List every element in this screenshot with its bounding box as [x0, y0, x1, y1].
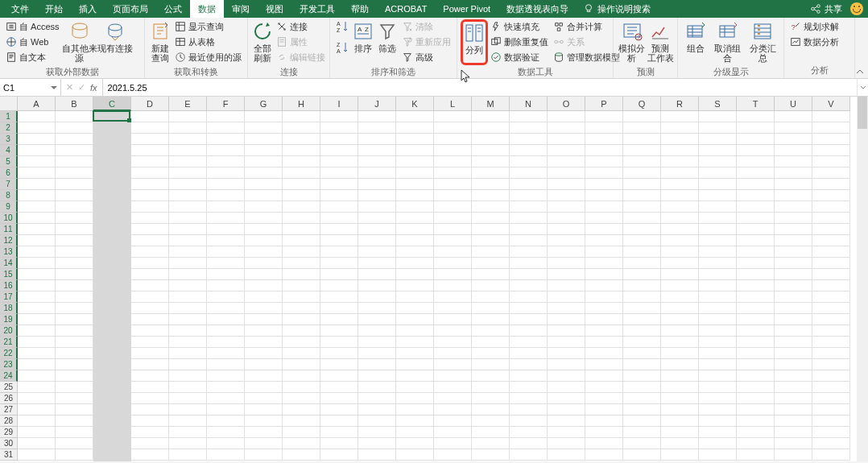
cell-V6[interactable] — [812, 167, 850, 179]
table-row[interactable]: 2021.7.31 — [18, 337, 857, 348]
cell-G14[interactable] — [245, 258, 283, 269]
cell-N21[interactable] — [510, 337, 548, 348]
cell-P21[interactable] — [585, 337, 623, 348]
tab-开始[interactable]: 开始 — [37, 0, 71, 18]
table-row[interactable]: 2021.1.8 — [18, 370, 857, 382]
cell-E6[interactable] — [169, 167, 207, 179]
cell-H17[interactable] — [283, 291, 320, 303]
cell-G18[interactable] — [245, 303, 283, 314]
cell-K29[interactable] — [396, 427, 434, 438]
row-header-11[interactable]: 11 — [0, 224, 18, 235]
cell-U16[interactable] — [775, 280, 812, 291]
cell-J2[interactable] — [358, 122, 396, 134]
cell-N5[interactable] — [510, 156, 548, 167]
cell-T3[interactable] — [737, 134, 775, 145]
cell-N7[interactable] — [510, 179, 548, 190]
cell-D23[interactable] — [131, 359, 169, 370]
from-text-button[interactable]: 自文本 — [3, 50, 62, 64]
table-row[interactable] — [18, 427, 857, 438]
cell-V12[interactable] — [812, 235, 850, 246]
cell-L19[interactable] — [434, 314, 472, 325]
cell-V11[interactable] — [812, 224, 850, 235]
cell-N10[interactable] — [510, 213, 548, 224]
cell-K11[interactable] — [396, 224, 434, 235]
cell-N25[interactable] — [510, 382, 548, 393]
cell-M12[interactable] — [472, 235, 510, 246]
cell-Q20[interactable] — [623, 325, 661, 337]
cell-O21[interactable] — [548, 337, 585, 348]
row-header-23[interactable]: 23 — [0, 359, 18, 370]
table-row[interactable] — [18, 393, 857, 404]
cell-L8[interactable] — [434, 190, 472, 201]
cell-T28[interactable] — [737, 415, 775, 427]
cell-K24[interactable] — [396, 370, 434, 382]
cell-N3[interactable] — [510, 134, 548, 145]
cell-M17[interactable] — [472, 291, 510, 303]
cell-K10[interactable] — [396, 213, 434, 224]
cell-L26[interactable] — [434, 393, 472, 404]
cell-D14[interactable] — [131, 258, 169, 269]
sort-desc-button[interactable]: ZA — [335, 40, 349, 56]
cell-J17[interactable] — [358, 291, 396, 303]
cell-V28[interactable] — [812, 415, 850, 427]
cell-N30[interactable] — [510, 438, 548, 449]
sort-asc-button[interactable]: AZ — [335, 19, 349, 35]
cell-D10[interactable] — [131, 213, 169, 224]
row-header-20[interactable]: 20 — [0, 325, 18, 337]
cell-U28[interactable] — [775, 415, 812, 427]
cell-T5[interactable] — [737, 156, 775, 167]
cell-J26[interactable] — [358, 393, 396, 404]
cell-R31[interactable] — [661, 449, 699, 461]
spreadsheet-grid[interactable]: ABCDEFGHIJKLMNOPQRSTUV 12345678910111213… — [0, 97, 868, 461]
cell-F30[interactable] — [207, 438, 245, 449]
cell-R9[interactable] — [661, 201, 699, 213]
cell-M28[interactable] — [472, 415, 510, 427]
table-row[interactable]: 2021.8.7 — [18, 190, 857, 201]
col-header-I[interactable]: I — [320, 97, 358, 111]
col-header-G[interactable]: G — [245, 97, 283, 111]
cell-D21[interactable] — [131, 337, 169, 348]
cell-G25[interactable] — [245, 382, 283, 393]
cell-G28[interactable] — [245, 415, 283, 427]
row-header-5[interactable]: 5 — [0, 156, 18, 167]
cell-G3[interactable] — [245, 134, 283, 145]
cell-M6[interactable] — [472, 167, 510, 179]
cell-L20[interactable] — [434, 325, 472, 337]
cell-K16[interactable] — [396, 280, 434, 291]
cell-Q13[interactable] — [623, 246, 661, 258]
new-query-button[interactable]: 新建 查询 — [148, 19, 172, 65]
cell-A6[interactable] — [18, 167, 56, 179]
existing-connections-button[interactable]: 现有连接 — [97, 19, 133, 65]
cell-H3[interactable] — [283, 134, 320, 145]
cell-L4[interactable] — [434, 145, 472, 156]
cell-H20[interactable] — [283, 325, 320, 337]
cell-H26[interactable] — [283, 393, 320, 404]
cell-Q3[interactable] — [623, 134, 661, 145]
cell-I20[interactable] — [320, 325, 358, 337]
cell-R10[interactable] — [661, 213, 699, 224]
cell-I22[interactable] — [320, 348, 358, 359]
cell-S13[interactable] — [699, 246, 737, 258]
refresh-all-button[interactable]: 全部刷新 — [251, 19, 274, 65]
cell-B1[interactable] — [56, 111, 93, 122]
cell-P24[interactable] — [585, 370, 623, 382]
cell-D17[interactable] — [131, 291, 169, 303]
cell-R8[interactable] — [661, 190, 699, 201]
cell-M11[interactable] — [472, 224, 510, 235]
data-model-button[interactable]: 管理数据模型 — [551, 50, 622, 64]
table-row[interactable]: 2021.5.14 — [18, 235, 857, 246]
cell-H29[interactable] — [283, 427, 320, 438]
cell-T1[interactable] — [737, 111, 775, 122]
cell-E13[interactable] — [169, 246, 207, 258]
cell-T8[interactable] — [737, 190, 775, 201]
cell-T30[interactable] — [737, 438, 775, 449]
cell-A15[interactable] — [18, 269, 56, 280]
cell-V16[interactable] — [812, 280, 850, 291]
cell-H21[interactable] — [283, 337, 320, 348]
cell-E10[interactable] — [169, 213, 207, 224]
col-header-T[interactable]: T — [737, 97, 775, 111]
cell-D8[interactable] — [131, 190, 169, 201]
cell-J3[interactable] — [358, 134, 396, 145]
cell-V31[interactable] — [812, 449, 850, 461]
cell-T23[interactable] — [737, 359, 775, 370]
